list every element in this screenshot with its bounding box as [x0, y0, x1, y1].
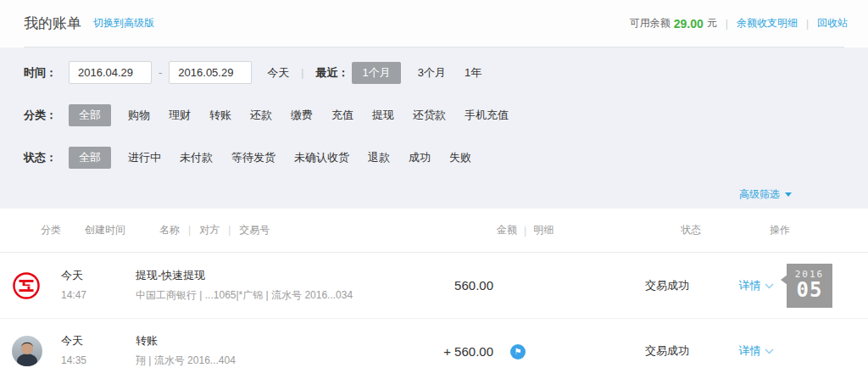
category-options: 全部 购物 理财 转账 还款 缴费 充值 提现 还贷款 手机充值: [69, 104, 510, 126]
time-label: 时间：: [24, 65, 57, 81]
status-cell: 交易成功: [604, 278, 731, 293]
detail-label: 详情: [739, 279, 761, 292]
divider: |: [301, 67, 303, 79]
txn-title: 提现-快速提现: [136, 269, 390, 283]
user-avatar: [0, 336, 61, 366]
detail-label: 详情: [739, 344, 761, 357]
recent-label: 最近：: [315, 65, 348, 81]
status-option[interactable]: 成功: [407, 147, 432, 169]
category-option[interactable]: 手机充值: [463, 104, 510, 126]
status-label: 状态：: [24, 150, 57, 165]
detail-button[interactable]: 详情: [731, 278, 782, 293]
divider: |: [806, 18, 809, 30]
today-button[interactable]: 今天: [267, 65, 289, 81]
bill-table: 分类 创建时间 名称|对方|交易号 金额 | 明细 状态 操作 今天 1: [0, 209, 868, 379]
category-option[interactable]: 还贷款: [411, 104, 448, 126]
advanced-filter-button[interactable]: 高级筛选: [739, 187, 792, 202]
created-time: 14:47: [61, 289, 136, 303]
col-name-party-txn: 名称|对方|交易号: [159, 223, 414, 237]
category-option[interactable]: 理财: [167, 104, 192, 126]
chevron-down-icon: [765, 283, 774, 289]
status-options: 全部 进行中 未付款 等待发货 未确认收货 退款 成功 失败: [69, 147, 473, 169]
created-time: 14:35: [61, 354, 136, 368]
txn-title: 转账: [136, 334, 390, 348]
balance-label: 可用余额: [630, 16, 670, 31]
txn-subtitle: 翔 | 流水号 2016...404: [136, 354, 390, 368]
category-filter-row: 分类： 全部 购物 理财 转账 还款 缴费 充值 提现 还贷款 手机充值: [24, 104, 844, 126]
badge-month: 05: [787, 280, 832, 300]
date-to-input[interactable]: [169, 61, 252, 84]
divider: |: [228, 224, 231, 236]
status-filter-row: 状态： 全部 进行中 未付款 等待发货 未确认收货 退款 成功 失败: [24, 147, 844, 169]
txn-subtitle: 中国工商银行 | ...1065|*广锦 | 流水号 2016...034: [136, 289, 390, 303]
range-options: 1个月 3个月 1年: [352, 62, 483, 84]
name-cell: 转账 翔 | 流水号 2016...404: [136, 334, 390, 367]
category-option[interactable]: 还款: [248, 104, 274, 126]
date-from-input[interactable]: [69, 61, 152, 84]
balance-flag-icon: ⚑: [510, 344, 526, 359]
range-option-3month[interactable]: 3个月: [416, 62, 448, 84]
col-status: 状态: [627, 223, 754, 237]
status-option[interactable]: 退款: [366, 147, 392, 169]
created-date: 今天: [61, 334, 136, 348]
category-option[interactable]: 购物: [126, 104, 152, 126]
balance-unit: 元: [707, 16, 717, 31]
balance-value: 29.00: [674, 17, 704, 31]
month-badge: 2016 05: [787, 264, 832, 308]
month-badge-cell: 2016 05: [782, 264, 868, 308]
chevron-down-icon: [785, 192, 792, 197]
status-option[interactable]: 未付款: [178, 147, 214, 169]
page-header: 我的账单 切换到高级版 可用余额 29.00 元 | 余额收支明细 | 回收站: [0, 0, 868, 47]
category-option[interactable]: 缴费: [289, 104, 314, 126]
time-filter-row: 时间： - 今天 | 最近： 1个月 3个月 1年: [24, 61, 844, 84]
divider: |: [188, 224, 191, 236]
recycle-bin-link[interactable]: 回收站: [817, 16, 848, 31]
category-option[interactable]: 充值: [330, 104, 355, 126]
divider: |: [726, 18, 728, 30]
table-header-row: 分类 创建时间 名称|对方|交易号 金额 | 明细 状态 操作: [0, 209, 868, 253]
status-cell: 交易成功: [604, 343, 731, 359]
category-option[interactable]: 全部: [69, 104, 111, 126]
status-option[interactable]: 失败: [448, 147, 473, 169]
status-option[interactable]: 未确认收货: [292, 147, 351, 169]
col-counterparty: 对方: [199, 224, 220, 236]
status-option[interactable]: 等待发货: [230, 147, 277, 169]
icbc-bank-icon: [0, 271, 61, 300]
status-option[interactable]: 进行中: [126, 147, 163, 169]
filter-section: 时间： - 今天 | 最近： 1个月 3个月 1年 分类： 全部 购物 理财 转…: [0, 47, 868, 209]
name-cell: 提现-快速提现 中国工商银行 | ...1065|*广锦 | 流水号 2016.…: [136, 269, 390, 302]
amount-cell: 560.00: [390, 278, 498, 293]
chevron-down-icon: [765, 348, 774, 354]
page-title: 我的账单: [24, 14, 81, 33]
range-option-1year[interactable]: 1年: [463, 62, 483, 84]
created-cell: 今天 14:35: [61, 334, 136, 367]
badge-year: 2016: [787, 264, 832, 280]
category-label: 分类：: [24, 108, 57, 123]
range-option-1month[interactable]: 1个月: [352, 62, 400, 84]
created-date: 今天: [61, 269, 136, 283]
col-txn: 交易号: [239, 224, 270, 236]
status-option[interactable]: 全部: [69, 147, 111, 169]
category-option[interactable]: 提现: [370, 104, 396, 126]
col-detail-label: 明细: [533, 223, 554, 237]
category-option[interactable]: 转账: [208, 104, 233, 126]
col-category: 分类: [24, 223, 85, 237]
advanced-filter-label: 高级筛选: [739, 187, 780, 202]
created-cell: 今天 14:47: [61, 269, 136, 302]
detail-cell: ⚑: [498, 343, 604, 359]
col-created: 创建时间: [85, 223, 159, 237]
col-amount: 金额: [414, 223, 522, 237]
table-row: 今天 14:35 转账 翔 | 流水号 2016...404 + 560.00 …: [0, 318, 868, 379]
balance-detail-link[interactable]: 余额收支明细: [737, 16, 798, 31]
col-name: 名称: [159, 224, 180, 236]
divider: |: [524, 225, 526, 237]
col-detail: | 明细: [522, 223, 627, 237]
header-balance-area: 可用余额 29.00 元 | 余额收支明细 | 回收站: [630, 16, 848, 31]
col-action: 操作: [754, 223, 805, 237]
amount-cell: + 560.00: [390, 344, 498, 359]
date-range-dash: -: [159, 66, 162, 79]
switch-to-advanced-link[interactable]: 切换到高级版: [93, 16, 154, 31]
table-row: 今天 14:47 提现-快速提现 中国工商银行 | ...1065|*广锦 | …: [0, 253, 868, 318]
detail-button[interactable]: 详情: [731, 343, 782, 359]
